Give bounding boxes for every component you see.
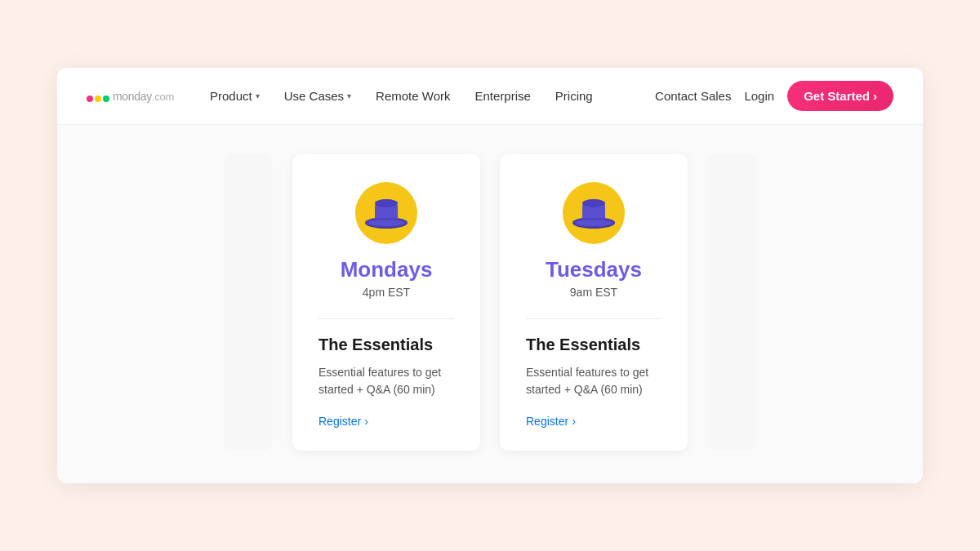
chevron-down-icon: ▾ — [347, 91, 351, 100]
card-tuesdays-day: Tuesdays — [546, 257, 642, 282]
logo-suffix: .com — [152, 91, 174, 103]
get-started-label: Get Started — [804, 89, 870, 103]
register-label-mondays: Register — [318, 415, 361, 428]
card-tuesdays: Tuesdays 9am EST The Essentials Essentia… — [500, 154, 688, 451]
nav-use-cases-label: Use Cases — [284, 89, 344, 103]
svg-point-12 — [582, 199, 605, 207]
svg-point-8 — [368, 220, 404, 226]
hat-icon-mondays — [354, 180, 419, 246]
register-chevron-icon-mondays: › — [364, 415, 368, 428]
svg-point-1 — [95, 96, 101, 102]
logo-brand: monday.com — [113, 87, 174, 104]
nav-product[interactable]: Product ▾ — [200, 84, 270, 108]
card-tuesdays-title: The Essentials — [526, 335, 640, 354]
nav-enterprise[interactable]: Enterprise — [465, 84, 540, 108]
card-tuesdays-time: 9am EST — [570, 286, 617, 299]
card-mondays-divider — [318, 318, 454, 319]
page-wrapper: monday.com Product ▾ Use Cases ▾ Remote … — [57, 68, 923, 483]
hat-icon-tuesdays — [561, 180, 626, 246]
card-mondays-day: Mondays — [341, 257, 433, 282]
nav-use-cases[interactable]: Use Cases ▾ — [274, 84, 361, 108]
navbar-right: Contact Sales Login Get Started › — [655, 81, 893, 111]
nav-product-label: Product — [210, 89, 252, 103]
card-tuesdays-divider — [526, 318, 662, 319]
svg-point-0 — [87, 96, 93, 102]
main-content: Mondays 4pm EST The Essentials Essential… — [57, 125, 923, 483]
card-tuesdays-register[interactable]: Register › — [526, 415, 576, 428]
svg-point-6 — [375, 199, 398, 207]
logo-brand-text: monday — [113, 90, 152, 103]
svg-point-14 — [576, 220, 612, 226]
login-button[interactable]: Login — [744, 89, 774, 103]
card-faded-left — [224, 154, 273, 451]
card-mondays: Mondays 4pm EST The Essentials Essential… — [292, 154, 480, 451]
get-started-chevron-icon: › — [873, 89, 877, 103]
logo-icon — [87, 88, 109, 104]
card-tuesdays-desc: Essential features to get started + Q&A … — [526, 364, 662, 398]
nav-pricing[interactable]: Pricing — [546, 84, 603, 108]
get-started-button[interactable]: Get Started › — [787, 81, 893, 111]
card-mondays-desc: Essential features to get started + Q&A … — [318, 364, 454, 398]
register-label-tuesdays: Register — [526, 415, 568, 428]
contact-sales-link[interactable]: Contact Sales — [655, 89, 731, 103]
logo[interactable]: monday.com — [87, 87, 174, 104]
navbar: monday.com Product ▾ Use Cases ▾ Remote … — [57, 68, 923, 125]
card-mondays-title: The Essentials — [318, 335, 433, 354]
svg-point-2 — [103, 96, 109, 102]
card-faded-right — [707, 154, 756, 451]
card-mondays-top: Mondays 4pm EST — [318, 180, 454, 299]
chevron-down-icon: ▾ — [256, 91, 260, 100]
card-mondays-register[interactable]: Register › — [318, 415, 368, 428]
register-chevron-icon-tuesdays: › — [572, 415, 576, 428]
nav-enterprise-label: Enterprise — [474, 89, 530, 103]
navbar-nav: Product ▾ Use Cases ▾ Remote Work Enterp… — [200, 84, 655, 108]
nav-pricing-label: Pricing — [555, 89, 593, 103]
nav-remote-work-label: Remote Work — [376, 89, 450, 103]
card-tuesdays-top: Tuesdays 9am EST — [526, 180, 662, 299]
card-mondays-time: 4pm EST — [363, 286, 410, 299]
nav-remote-work[interactable]: Remote Work — [366, 84, 460, 108]
